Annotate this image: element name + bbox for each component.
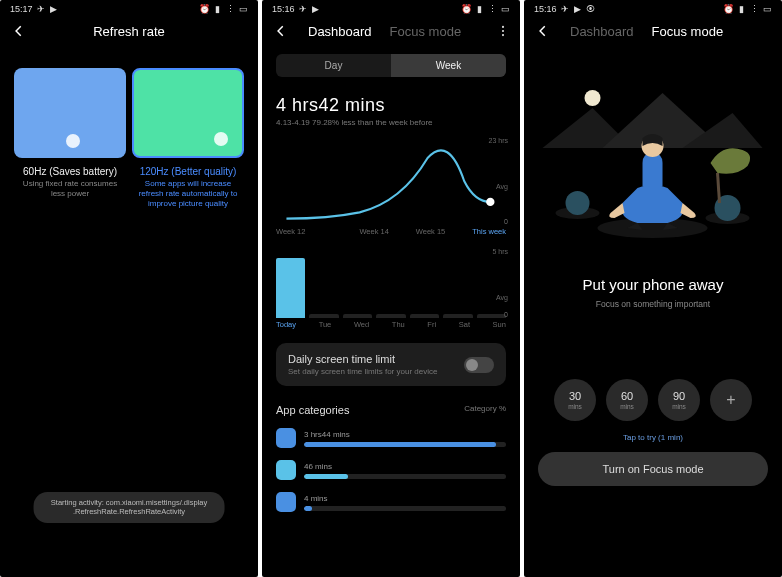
page-title: Refresh rate bbox=[0, 24, 258, 39]
chevron-left-icon bbox=[12, 24, 26, 38]
categories-header: App categories bbox=[276, 404, 349, 416]
bars-0: 0 bbox=[504, 311, 508, 318]
tab-focus-mode[interactable]: Focus mode bbox=[390, 24, 462, 39]
axis-avg: Avg bbox=[496, 183, 508, 190]
bar-today[interactable] bbox=[276, 258, 305, 318]
battery-icon: ▭ bbox=[500, 4, 510, 14]
option-120hz[interactable]: 120Hz (Better quality) Some apps will in… bbox=[132, 68, 244, 210]
activity-toast: Starting activity: com.xiaomi.misettings… bbox=[34, 492, 225, 524]
telegram-icon: ✈ bbox=[560, 4, 570, 14]
limit-desc: Set daily screen time limits for your de… bbox=[288, 367, 437, 376]
chevron-left-icon bbox=[536, 24, 550, 38]
more-vert-icon bbox=[496, 24, 510, 38]
svg-point-8 bbox=[566, 191, 590, 215]
youtube-icon: ▶ bbox=[49, 4, 59, 14]
app-time: 4 mins bbox=[304, 494, 506, 503]
app-time: 46 mins bbox=[304, 462, 506, 471]
svg-point-1 bbox=[502, 30, 504, 32]
week-labels: Week 12 Week 14 Week 15 This week bbox=[262, 227, 520, 236]
battery-icon: ▭ bbox=[762, 4, 772, 14]
back-button[interactable] bbox=[272, 22, 290, 40]
app-row[interactable]: 4 mins bbox=[262, 486, 520, 518]
screen-focus-mode: 15:16 ✈ ▶ ⦿ ⏰ ▮ ⋮ ▭ Dashboard Focus mode bbox=[524, 0, 782, 577]
screen-dashboard: 15:16 ✈ ▶ ⏰ ▮ ⋮ ▭ Dashboard Focus mode D… bbox=[262, 0, 520, 577]
statusbar: 15:16 ✈ ▶ ⏰ ▮ ⋮ ▭ bbox=[262, 0, 520, 16]
duration-chip[interactable]: 30mins bbox=[554, 379, 596, 421]
try-link[interactable]: Tap to try (1 min) bbox=[524, 433, 782, 442]
duration-chip[interactable]: 60mins bbox=[606, 379, 648, 421]
app-row[interactable]: 3 hrs44 mins bbox=[262, 422, 520, 454]
signal-icon: ▮ bbox=[212, 4, 222, 14]
bars-avg: Avg bbox=[496, 294, 508, 301]
add-duration-chip[interactable]: + bbox=[710, 379, 752, 421]
thumb-120hz bbox=[132, 68, 244, 158]
option-120hz-title: 120Hz (Better quality) bbox=[132, 166, 244, 177]
wifi-icon: ⋮ bbox=[487, 4, 497, 14]
axis-0: 0 bbox=[504, 218, 508, 225]
app-time: 3 hrs44 mins bbox=[304, 430, 506, 439]
screen-refresh-rate: 15:17 ✈ ▶ ⏰ ▮ ⋮ ▭ Refresh rate 60Hz (Sav… bbox=[0, 0, 258, 577]
limit-title: Daily screen time limit bbox=[288, 353, 437, 365]
seg-week[interactable]: Week bbox=[391, 54, 506, 77]
duration-chips: 30mins60mins90mins+ bbox=[524, 379, 782, 421]
back-button[interactable] bbox=[10, 22, 28, 40]
status-time: 15:16 bbox=[272, 4, 295, 14]
tab-dashboard[interactable]: Dashboard bbox=[570, 24, 634, 39]
option-60hz-desc: Using fixed rate consumes less power bbox=[14, 177, 126, 200]
meditation-illustration bbox=[539, 58, 766, 258]
alarm-icon: ⏰ bbox=[199, 4, 209, 14]
svg-point-2 bbox=[502, 34, 504, 36]
record-icon: ⦿ bbox=[586, 4, 596, 14]
option-120hz-desc: Some apps will increase refresh rate aut… bbox=[132, 177, 244, 210]
telegram-icon: ✈ bbox=[36, 4, 46, 14]
signal-icon: ▮ bbox=[736, 4, 746, 14]
statusbar: 15:17 ✈ ▶ ⏰ ▮ ⋮ ▭ bbox=[0, 0, 258, 16]
focus-title: Put your phone away bbox=[524, 276, 782, 293]
alarm-icon: ⏰ bbox=[461, 4, 471, 14]
svg-point-4 bbox=[585, 90, 601, 106]
app-row[interactable]: 46 mins bbox=[262, 454, 520, 486]
limit-toggle[interactable] bbox=[464, 357, 494, 373]
status-time: 15:16 bbox=[534, 4, 557, 14]
thumb-60hz bbox=[14, 68, 126, 158]
daily-limit-card[interactable]: Daily screen time limit Set daily screen… bbox=[276, 343, 506, 386]
telegram-icon: ✈ bbox=[298, 4, 308, 14]
total-time: 4 hrs42 mins bbox=[262, 77, 520, 118]
app-icon bbox=[276, 428, 296, 448]
total-sub: 4.13-4.19 79.28% less than the week befo… bbox=[262, 118, 520, 127]
status-time: 15:17 bbox=[10, 4, 33, 14]
wifi-icon: ⋮ bbox=[749, 4, 759, 14]
turn-on-button[interactable]: Turn on Focus mode bbox=[538, 452, 768, 486]
daily-bars: 5 hrs Avg 0 bbox=[276, 248, 506, 318]
alarm-icon: ⏰ bbox=[723, 4, 733, 14]
statusbar: 15:16 ✈ ▶ ⦿ ⏰ ▮ ⋮ ▭ bbox=[524, 0, 782, 16]
seg-day[interactable]: Day bbox=[276, 54, 391, 77]
weekly-chart: 23 hrs Avg 0 bbox=[276, 137, 506, 225]
youtube-icon: ▶ bbox=[311, 4, 321, 14]
back-button[interactable] bbox=[534, 22, 552, 40]
focus-sub: Focus on something important bbox=[524, 299, 782, 309]
wifi-icon: ⋮ bbox=[225, 4, 235, 14]
svg-point-3 bbox=[486, 198, 494, 206]
battery-icon: ▭ bbox=[238, 4, 248, 14]
option-60hz[interactable]: 60Hz (Saves battery) Using fixed rate co… bbox=[14, 68, 126, 210]
signal-icon: ▮ bbox=[474, 4, 484, 14]
axis-23: 23 hrs bbox=[489, 137, 508, 144]
bars-5: 5 hrs bbox=[492, 248, 508, 255]
segment-control: Day Week bbox=[276, 54, 506, 77]
categories-right: Category % bbox=[464, 404, 506, 416]
youtube-icon: ▶ bbox=[573, 4, 583, 14]
more-button[interactable] bbox=[496, 24, 510, 42]
tab-dashboard[interactable]: Dashboard bbox=[308, 24, 372, 39]
tab-focus-mode[interactable]: Focus mode bbox=[652, 24, 724, 39]
duration-chip[interactable]: 90mins bbox=[658, 379, 700, 421]
option-60hz-title: 60Hz (Saves battery) bbox=[14, 166, 126, 177]
svg-point-0 bbox=[502, 26, 504, 28]
app-icon bbox=[276, 460, 296, 480]
app-icon bbox=[276, 492, 296, 512]
day-labels: Today Tue Wed Thu Fri Sat Sun bbox=[262, 320, 520, 329]
chevron-left-icon bbox=[274, 24, 288, 38]
